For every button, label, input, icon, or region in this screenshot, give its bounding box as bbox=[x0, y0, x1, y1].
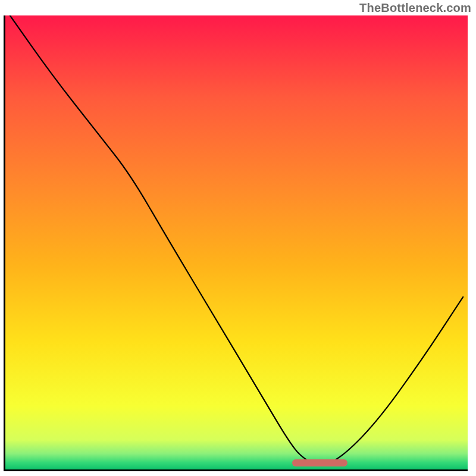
svg-rect-0 bbox=[5, 15, 468, 469]
background-gradient bbox=[5, 15, 468, 469]
plot-area bbox=[5, 15, 468, 469]
watermark: TheBottleneck.com bbox=[359, 1, 471, 15]
